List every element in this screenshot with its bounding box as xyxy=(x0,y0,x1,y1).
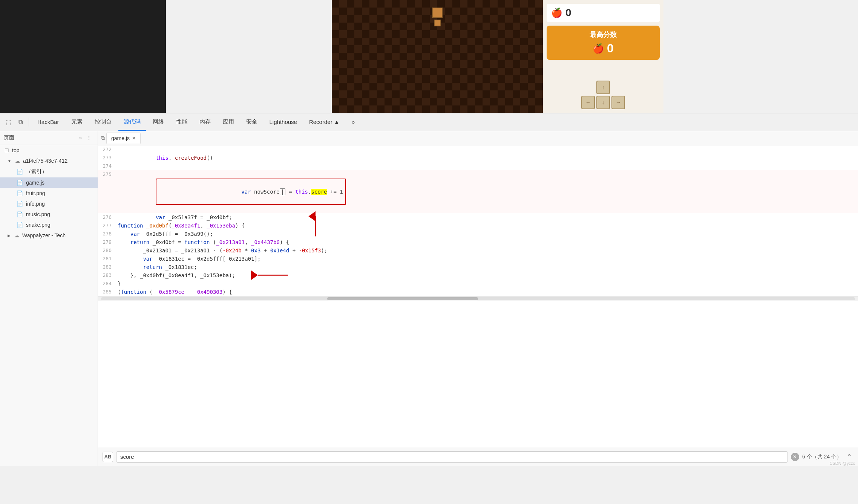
search-clear-button[interactable]: ✕ xyxy=(791,453,799,461)
tab-elements[interactable]: 元素 xyxy=(66,113,88,131)
tab-memory[interactable]: 内存 xyxy=(194,113,216,131)
line-num-285: 285 xyxy=(98,288,118,296)
ctrl-up[interactable]: ↑ xyxy=(596,81,610,94)
sidebar-music-label: music.png xyxy=(26,211,50,217)
scrollbar-thumb[interactable] xyxy=(327,297,478,300)
line-num-283: 283 xyxy=(98,271,118,279)
score-high-panel: 最高分数 🍎 0 xyxy=(547,26,660,60)
ctrl-down[interactable]: ↓ xyxy=(596,96,610,109)
line-code-276: var _0x51a37f = _0xd0bf; xyxy=(118,213,858,221)
game-sprite xyxy=(432,8,443,26)
cloud-icon-1: ☁ xyxy=(15,158,20,164)
line-num-279: 279 xyxy=(98,238,118,246)
sidebar-item-gamejs[interactable]: 📄 game.js xyxy=(0,177,98,188)
line-num-273: 273 xyxy=(98,154,118,162)
scrollbar-track[interactable] xyxy=(101,297,855,300)
sidebar-item-musicpng[interactable]: 📄 music.png xyxy=(0,209,98,220)
ctrl-left[interactable]: ← xyxy=(581,96,595,109)
tab-more[interactable]: » xyxy=(346,113,360,131)
tab-performance[interactable]: 性能 xyxy=(171,113,193,131)
main-container: 🍎 0 最高分数 🍎 0 ↑ ← ↓ → xyxy=(0,0,858,504)
line-num-282: 282 xyxy=(98,263,118,271)
code-content[interactable]: 272 273 this._createFood() 274 275 xyxy=(98,145,858,447)
tab-security[interactable]: 安全 xyxy=(241,113,263,131)
search-count: 6 个（共 24 个） xyxy=(802,454,842,460)
line-code-282: return _0x1831ec; xyxy=(118,263,858,271)
ctrl-right[interactable]: → xyxy=(611,96,625,109)
search-bar: AB ✕ 6 个（共 24 个） ⌃ xyxy=(98,447,858,466)
code-tab-bar: ⧉ game.js ✕ xyxy=(98,131,858,145)
sidebar-item-infopng[interactable]: 📄 info.png xyxy=(0,199,98,209)
line-code-275: var nowScore| = this.score += 1 xyxy=(118,170,858,213)
close-tab-icon[interactable]: ✕ xyxy=(132,136,136,141)
sidebar-menu-icon[interactable]: ⋮ xyxy=(84,134,94,142)
sidebar-top-label: top xyxy=(12,147,19,153)
search-ab-icon[interactable]: AB xyxy=(103,452,113,462)
tab-sources[interactable]: 源代码 xyxy=(118,113,146,131)
line-code-278: var _0x2d5fff = _0x3a99(); xyxy=(118,230,858,238)
controls-area: ↑ ← ↓ → xyxy=(547,81,660,109)
apple-icon-high: 🍎 xyxy=(593,43,604,54)
line-num-272: 272 xyxy=(98,145,118,154)
sidebar-gamejs-label: game.js xyxy=(26,180,44,186)
code-line-273: 273 this._createFood() xyxy=(98,154,858,162)
tab-network[interactable]: 网络 xyxy=(147,113,169,131)
code-line-279: 279 return _0xd0bf = function (_0x213a01… xyxy=(98,238,858,246)
tab-recorder[interactable]: Recorder ▲ xyxy=(304,113,345,131)
line-num-277: 277 xyxy=(98,221,118,230)
triangle-right-icon: ▶ xyxy=(8,234,11,238)
search-input[interactable] xyxy=(116,451,788,463)
tab-application[interactable]: 应用 xyxy=(218,113,239,131)
sidebar-item-top[interactable]: ☐ top xyxy=(0,145,98,156)
code-area: ⧉ game.js ✕ 272 273 this._createFood() xyxy=(98,131,858,466)
line-num-274: 274 xyxy=(98,162,118,170)
code-scrollbar[interactable] xyxy=(98,296,858,301)
current-score-value: 0 xyxy=(565,7,571,19)
devtools-toolbar: ⬚ ⧉ HackBar 元素 控制台 源代码 网络 性能 内存 应用 安全 Li… xyxy=(0,113,858,131)
line-num-275: 275 xyxy=(98,170,118,179)
kw-score-275: score xyxy=(311,189,327,195)
sidebar-chevron[interactable]: » xyxy=(79,135,82,141)
folder-icon: ☐ xyxy=(5,148,9,153)
score-current: 🍎 0 xyxy=(547,4,660,22)
sidebar-item-wappalyzer[interactable]: ▶ ☁ Wappalyzer - Tech xyxy=(0,230,98,241)
inspect-icon[interactable]: ⬚ xyxy=(3,117,14,127)
fn-createfood: _createFood xyxy=(172,155,207,161)
line-num-281: 281 xyxy=(98,255,118,263)
code-line-282: 282 return _0x1831ec; xyxy=(98,263,858,271)
file-icon-fruit: 📄 xyxy=(17,190,23,196)
left-dark-panel xyxy=(0,0,166,113)
sidebar-title: 页面 xyxy=(4,134,77,141)
file-icon-music: 📄 xyxy=(17,211,23,217)
code-line-281: 281 var _0x1831ec = _0x2d5fff[_0x213a01]… xyxy=(98,255,858,263)
responsive-icon[interactable]: ⧉ xyxy=(15,117,26,127)
sprite-block-1 xyxy=(432,8,443,18)
kw-this-275: this xyxy=(295,189,308,195)
line-num-280: 280 xyxy=(98,246,118,255)
tab-hackbar[interactable]: HackBar xyxy=(32,113,64,131)
line-num-278: 278 xyxy=(98,230,118,238)
panel-icon[interactable]: ⧉ xyxy=(101,135,105,141)
code-line-278: 278 var _0x2d5fff = _0x3a99(); xyxy=(98,230,858,238)
sidebar-item-snakepng[interactable]: 📄 snake.png xyxy=(0,220,98,230)
line-code-273: this._createFood() xyxy=(118,154,858,162)
code-line-274: 274 xyxy=(98,162,858,170)
ctrl-row-mid: ← ↓ → xyxy=(581,96,625,109)
tab-lighthouse[interactable]: Lighthouse xyxy=(264,113,302,131)
sidebar-item-a1f4ef75[interactable]: ▼ ☁ a1f4ef75-43e7-412 xyxy=(0,156,98,166)
code-tab-gamejs[interactable]: game.js ✕ xyxy=(106,133,141,144)
sidebar-item-index[interactable]: 📄 （索引） xyxy=(0,166,98,177)
sidebar-item-fruitpng[interactable]: 📄 fruit.png xyxy=(0,188,98,199)
line-code-274 xyxy=(118,162,858,170)
sidebar: 页面 » ⋮ ☐ top ▼ ☁ a1f4ef75-43e7-412 📄 （索引… xyxy=(0,131,98,466)
line-num-284: 284 xyxy=(98,279,118,288)
line-code-279: return _0xd0bf = function (_0x213a01, _0… xyxy=(118,238,858,246)
tab-console[interactable]: 控制台 xyxy=(89,113,117,131)
game-right-panel: 🍎 0 最高分数 🍎 0 ↑ ← ↓ → xyxy=(543,0,663,113)
cloud-icon-2: ☁ xyxy=(14,233,19,238)
search-expand-icon[interactable]: ⌃ xyxy=(845,451,853,463)
apple-icon-current: 🍎 xyxy=(551,8,562,18)
line-code-280: _0x213a01 = _0x213a01 - (-0x24b * 0x3 + … xyxy=(118,246,858,255)
toolbar-separator-1 xyxy=(29,118,29,127)
sidebar-wappalyzer-label: Wappalyzer - Tech xyxy=(22,232,66,238)
